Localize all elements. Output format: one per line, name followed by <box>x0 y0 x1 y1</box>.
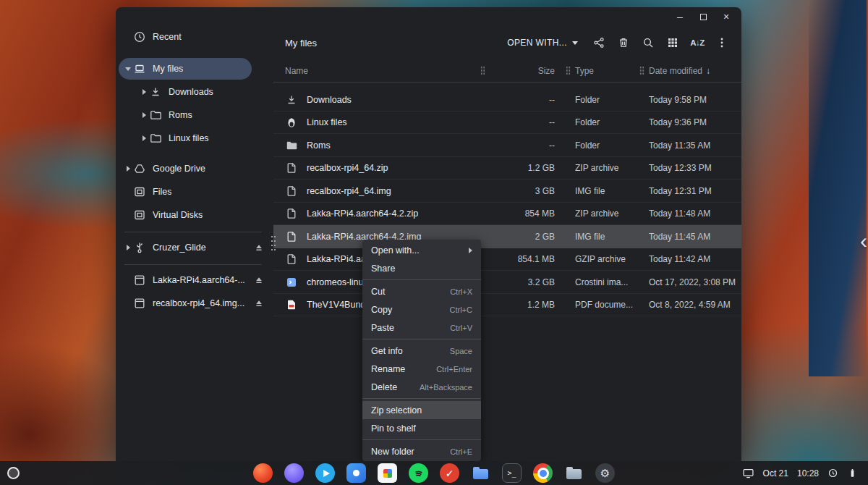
shelf-app-brave-icon[interactable] <box>253 463 273 483</box>
file-date: Today 12:33 PM <box>644 163 734 173</box>
file-size: -- <box>490 95 555 105</box>
window-close-button[interactable]: × <box>717 9 736 24</box>
menu-divider <box>362 398 481 399</box>
menu-item-rename[interactable]: Rename Ctrl+Enter <box>362 360 481 378</box>
column-drag-handle-icon[interactable] <box>639 66 644 75</box>
sidebar-item-recent[interactable]: Recent <box>119 26 252 48</box>
file-row[interactable]: recalbox-rpi4_64.zip 1.2 GB ZIP archive … <box>273 157 741 180</box>
shelf-app-telegram-icon[interactable] <box>315 463 335 483</box>
menu-item-zip-selection[interactable]: Zip selection <box>362 401 481 419</box>
sidebar-item-files[interactable]: Files <box>119 181 252 203</box>
sidebar-item-linux-files[interactable]: Linux files <box>119 127 252 149</box>
delete-button[interactable] <box>613 32 634 54</box>
sort-descending-icon: ↓ <box>706 66 710 76</box>
display-icon[interactable] <box>742 467 754 479</box>
sidebar-resize-handle[interactable] <box>271 235 276 252</box>
menu-item-get-info[interactable]: Get info Space <box>362 342 481 360</box>
file-row[interactable]: Roms -- Folder Today 11:35 AM <box>273 134 741 157</box>
chevron-right-icon[interactable] <box>139 127 149 149</box>
menu-item-label: Pin to shelf <box>371 423 416 434</box>
status-tray[interactable]: Oct 21 10:28 <box>742 467 861 479</box>
file-date: Oct 8, 2022, 4:59 AM <box>644 300 734 310</box>
column-header-name[interactable]: Name <box>285 66 490 76</box>
sidebar-item-lakka-mount[interactable]: Lakka-RPi4.aarch64-... <box>119 269 271 291</box>
file-row[interactable]: TheV1V4Bundle. 1.2 MB PDF docume... Oct … <box>273 294 741 317</box>
disk-icon <box>133 297 146 310</box>
menu-item-share[interactable]: Share <box>362 259 481 277</box>
menu-shortcut: Space <box>450 347 472 355</box>
window-maximize-button[interactable] <box>694 9 712 24</box>
chevron-down-icon[interactable] <box>123 58 133 80</box>
shelf-app-folder-icon[interactable] <box>564 463 584 483</box>
penguin-icon <box>285 116 298 129</box>
column-drag-handle-icon[interactable] <box>480 66 485 75</box>
menu-item-pin-to-shelf[interactable]: Pin to shelf <box>362 419 481 437</box>
file-date: Today 9:58 PM <box>644 95 734 105</box>
more-options-button[interactable] <box>711 32 733 54</box>
launcher-button[interactable] <box>7 467 20 479</box>
sidebar-item-my-files[interactable]: My files <box>119 58 252 80</box>
sidebar-item-virtual-disks[interactable]: Virtual Disks <box>119 204 252 226</box>
chevron-right-icon[interactable] <box>123 237 133 258</box>
eject-button[interactable] <box>252 240 266 255</box>
file-row[interactable]: Downloads -- Folder Today 9:58 PM <box>273 88 741 111</box>
sidebar-item-downloads[interactable]: Downloads <box>119 81 252 103</box>
eject-button[interactable] <box>252 296 266 311</box>
menu-item-copy[interactable]: Copy Ctrl+C <box>362 300 481 319</box>
chevron-right-icon[interactable] <box>139 104 149 126</box>
file-row[interactable]: Lakka-RPi4.aarch64-4.2.zip 854 MB ZIP ar… <box>273 203 741 226</box>
usb-icon <box>133 241 146 254</box>
file-row[interactable]: recalbox-rpi4_64.img 3 GB IMG file Today… <box>273 180 741 203</box>
file-list: Downloads -- Folder Today 9:58 PM Linux … <box>273 83 741 461</box>
file-row[interactable]: Linux files -- Folder Today 9:36 PM <box>273 111 741 135</box>
open-with-label: OPEN WITH... <box>507 38 567 48</box>
shelf-app-workspace-icon[interactable] <box>378 463 397 483</box>
sidebar-item-label: Recent <box>153 32 182 42</box>
shelf-date[interactable]: Oct 21 <box>763 468 788 478</box>
column-header-date-modified[interactable]: Date modified ↓ <box>644 66 734 76</box>
search-button[interactable] <box>637 32 659 54</box>
edge-chevron-icon[interactable]: ‹ <box>860 230 867 252</box>
sidebar-item-cruzer-glide[interactable]: Cruzer_Glide <box>119 237 271 258</box>
shelf-app-terminal-icon[interactable] <box>502 463 522 483</box>
sidebar-item-roms[interactable]: Roms <box>119 104 252 126</box>
shelf-app-spotify-icon[interactable] <box>409 463 428 483</box>
sidebar-item-google-drive[interactable]: Google Drive <box>119 158 252 180</box>
shelf-app-settings-icon[interactable] <box>595 463 615 483</box>
grid-view-button[interactable] <box>662 32 684 54</box>
column-header-type[interactable]: Type <box>575 66 644 76</box>
paper-plane-icon <box>323 470 330 477</box>
chevron-right-icon[interactable] <box>123 158 133 180</box>
shelf-clock[interactable]: 10:28 <box>797 468 819 478</box>
file-row[interactable]: Lakka-RPi4.aarch 854.1 MB GZIP archive T… <box>273 248 741 271</box>
file-type: ZIP archive <box>575 163 644 173</box>
shelf-app-chrome-icon[interactable] <box>533 463 553 483</box>
sort-az-button[interactable]: A↓Z <box>686 32 708 54</box>
menu-item-label: Get info <box>371 346 403 356</box>
shelf-app-messenger-icon[interactable] <box>346 463 366 483</box>
menu-shortcut: Ctrl+X <box>450 287 472 296</box>
menu-item-label: Open with... <box>371 245 420 256</box>
file-row[interactable]: chromeos-linux-2 3.2 GB Crostini ima... … <box>273 271 741 294</box>
share-button[interactable] <box>588 32 610 54</box>
file-size: 1.2 MB <box>490 300 555 310</box>
shelf-app-purple-icon[interactable] <box>284 463 304 483</box>
file-row-selected[interactable]: Lakka-RPi4.aarch64-4.2.img 2 GB IMG file… <box>273 225 741 248</box>
menu-item-label: Copy <box>371 305 392 315</box>
window-titlebar: – × <box>116 7 741 26</box>
sidebar-item-recalbox-mount[interactable]: recalbox-rpi4_64.img... <box>119 292 271 314</box>
menu-shortcut: Ctrl+C <box>450 305 472 314</box>
eject-button[interactable] <box>252 273 266 287</box>
shelf-app-tasks-icon[interactable] <box>440 463 459 483</box>
chevron-right-icon[interactable] <box>139 81 149 103</box>
menu-item-new-folder[interactable]: New folder Ctrl+E <box>362 442 481 460</box>
column-header-size[interactable]: Size <box>490 66 555 76</box>
menu-item-paste[interactable]: Paste Ctrl+V <box>362 319 481 337</box>
menu-item-open-with[interactable]: Open with... <box>362 241 481 259</box>
open-with-button[interactable]: OPEN WITH... <box>500 33 585 52</box>
menu-item-delete[interactable]: Delete Alt+Backspace <box>362 378 481 396</box>
menu-item-cut[interactable]: Cut Ctrl+X <box>362 282 481 300</box>
window-minimize-button[interactable]: – <box>671 9 689 24</box>
column-drag-handle-icon[interactable] <box>566 66 571 75</box>
shelf-app-files-icon[interactable] <box>471 463 490 483</box>
